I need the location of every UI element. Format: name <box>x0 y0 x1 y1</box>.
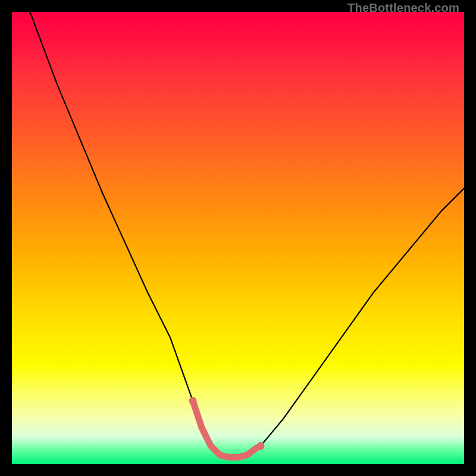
valley-highlight <box>193 401 261 458</box>
valley-end-dot <box>257 442 265 450</box>
plot-area <box>12 12 464 464</box>
chart-frame: TheBottleneck.com <box>0 0 476 476</box>
curve-svg <box>12 12 464 464</box>
bottleneck-curve <box>30 12 464 458</box>
valley-end-dot <box>189 397 197 405</box>
